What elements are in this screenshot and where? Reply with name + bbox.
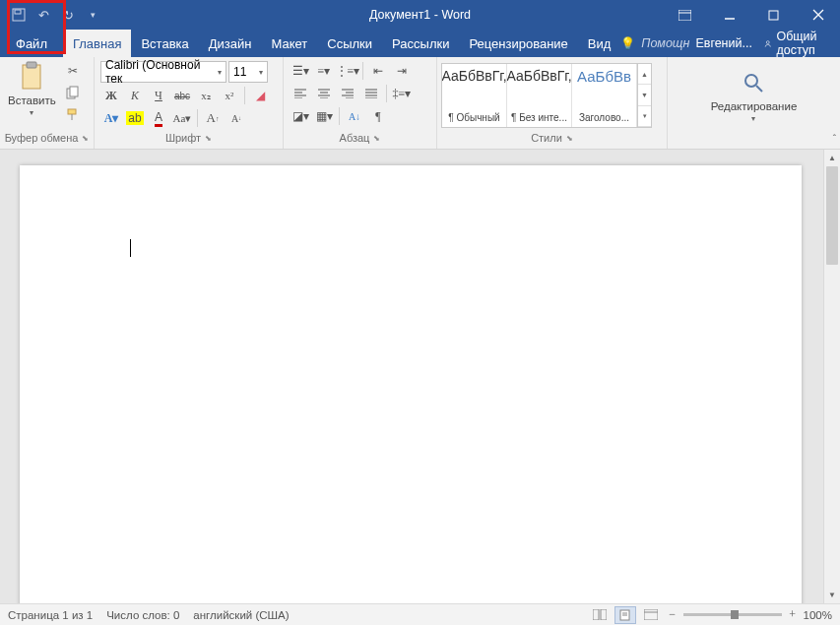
magnifier-icon bbox=[738, 67, 769, 98]
zoom-track[interactable] bbox=[683, 613, 782, 616]
change-case-icon[interactable]: Aa▾ bbox=[171, 108, 193, 128]
editing-label: Редактирование bbox=[711, 100, 798, 112]
copy-icon[interactable] bbox=[62, 83, 84, 102]
tab-insert[interactable]: Вставка bbox=[131, 30, 198, 57]
ribbon-options-icon[interactable] bbox=[663, 0, 707, 30]
show-marks-icon[interactable]: ¶ bbox=[367, 106, 389, 126]
share-button[interactable]: Общий доступ bbox=[758, 27, 830, 60]
align-right-icon[interactable] bbox=[337, 84, 358, 103]
font-name-combo[interactable]: Calibri (Основной тек▾ bbox=[100, 61, 226, 83]
web-layout-icon[interactable] bbox=[640, 606, 662, 624]
shading-icon[interactable]: ◪▾ bbox=[290, 106, 311, 126]
tab-home[interactable]: Главная bbox=[63, 30, 131, 57]
scroll-down-icon[interactable]: ▼ bbox=[824, 587, 840, 603]
tab-design[interactable]: Дизайн bbox=[199, 30, 262, 57]
read-mode-icon[interactable] bbox=[589, 606, 611, 624]
zoom-in-icon[interactable]: + bbox=[786, 605, 800, 625]
font-size-combo[interactable]: 11▾ bbox=[228, 61, 268, 83]
italic-button[interactable]: К bbox=[124, 86, 146, 105]
scroll-thumb[interactable] bbox=[826, 166, 838, 265]
status-bar: Страница 1 из 1 Число слов: 0 английский… bbox=[0, 603, 840, 625]
group-paragraph: ☰▾ ≡▾ ⋮≡▾ ⇤ ⇥ ‡≡▾ ◪▾ ▦▾ A↓ ¶ bbox=[284, 57, 437, 149]
bold-button[interactable]: Ж bbox=[100, 86, 122, 105]
underline-button[interactable]: Ч bbox=[148, 86, 169, 105]
group-clipboard: Вставить ▾ ✂ Буфер обмена⬊ bbox=[0, 57, 95, 149]
user-name[interactable]: Евгений... bbox=[695, 36, 752, 50]
tab-review[interactable]: Рецензирование bbox=[459, 30, 577, 57]
tab-mailings[interactable]: Рассылки bbox=[382, 30, 459, 57]
group-styles: АаБбВвГг, ¶ Обычный АаБбВвГг, ¶ Без инте… bbox=[437, 57, 668, 149]
ribbon-tabs: Файл Главная Вставка Дизайн Макет Ссылки… bbox=[0, 30, 840, 57]
tab-layout[interactable]: Макет bbox=[261, 30, 317, 57]
svg-point-8 bbox=[766, 40, 769, 43]
sort-icon[interactable]: A↓ bbox=[344, 106, 365, 126]
tell-me-label[interactable]: Помощн bbox=[641, 36, 689, 50]
numbering-icon[interactable]: ≡▾ bbox=[313, 61, 335, 81]
shrink-font-icon[interactable]: A↓ bbox=[226, 108, 247, 128]
svg-rect-9 bbox=[23, 65, 40, 89]
font-color-icon[interactable]: A bbox=[148, 108, 169, 128]
page-indicator[interactable]: Страница 1 из 1 bbox=[8, 609, 93, 621]
redo-icon[interactable]: ↻ bbox=[57, 4, 79, 26]
vertical-scrollbar: ▲ ▼ bbox=[823, 150, 840, 603]
svg-rect-38 bbox=[644, 609, 658, 620]
page[interactable] bbox=[20, 165, 802, 603]
gallery-more-icon[interactable]: ▾ bbox=[638, 106, 651, 127]
tab-view[interactable]: Вид bbox=[578, 30, 621, 57]
line-spacing-icon[interactable]: ‡≡▾ bbox=[391, 84, 413, 103]
scroll-track[interactable] bbox=[824, 166, 840, 587]
gallery-down-icon[interactable]: ▼ bbox=[638, 85, 651, 105]
close-button[interactable] bbox=[796, 0, 840, 30]
zoom-out-icon[interactable]: − bbox=[666, 605, 679, 625]
align-center-icon[interactable] bbox=[313, 84, 335, 103]
collapse-ribbon-icon[interactable]: ˆ bbox=[831, 132, 838, 147]
document-area: ▲ ▼ bbox=[0, 150, 840, 603]
find-button[interactable]: Редактирование ▾ bbox=[707, 65, 802, 125]
undo-icon[interactable]: ↶ bbox=[32, 4, 54, 26]
dialog-launcher-icon[interactable]: ⬊ bbox=[82, 134, 89, 143]
borders-icon[interactable]: ▦▾ bbox=[313, 106, 335, 126]
highlight-icon[interactable]: ab bbox=[124, 108, 146, 128]
strike-button[interactable]: abc bbox=[171, 86, 193, 105]
multilevel-icon[interactable]: ⋮≡▾ bbox=[337, 61, 358, 81]
tab-file[interactable]: Файл bbox=[0, 30, 63, 57]
qat-customize-icon[interactable]: ▾ bbox=[82, 4, 103, 26]
save-icon[interactable] bbox=[8, 4, 30, 26]
zoom-slider: − + bbox=[666, 605, 800, 625]
svg-rect-2 bbox=[678, 10, 691, 21]
minimize-button[interactable] bbox=[707, 0, 751, 30]
bullets-icon[interactable]: ☰▾ bbox=[290, 61, 311, 81]
superscript-button[interactable]: x² bbox=[219, 86, 240, 105]
clear-format-icon[interactable]: ◢ bbox=[249, 86, 271, 105]
style-normal[interactable]: АаБбВвГг, ¶ Обычный bbox=[442, 64, 507, 127]
style-no-spacing[interactable]: АаБбВвГг, ¶ Без инте... bbox=[507, 64, 572, 127]
tab-references[interactable]: Ссылки bbox=[317, 30, 382, 57]
cut-icon[interactable]: ✂ bbox=[62, 61, 84, 81]
style-heading1[interactable]: АаБбВв Заголово... bbox=[572, 64, 637, 127]
zoom-thumb[interactable] bbox=[731, 610, 739, 619]
maximize-button[interactable] bbox=[751, 0, 796, 30]
increase-indent-icon[interactable]: ⇥ bbox=[391, 61, 413, 81]
grow-font-icon[interactable]: A↑ bbox=[202, 108, 224, 128]
svg-rect-12 bbox=[70, 87, 78, 96]
dialog-launcher-icon[interactable]: ⬊ bbox=[205, 134, 212, 143]
gallery-up-icon[interactable]: ▲ bbox=[638, 64, 651, 85]
zoom-level[interactable]: 100% bbox=[804, 609, 832, 621]
dialog-launcher-icon[interactable]: ⬊ bbox=[373, 134, 380, 143]
language-indicator[interactable]: английский (США) bbox=[193, 609, 289, 621]
decrease-indent-icon[interactable]: ⇤ bbox=[367, 61, 389, 81]
subscript-button[interactable]: x₂ bbox=[195, 86, 217, 105]
paragraph-group-label: Абзац bbox=[340, 132, 370, 144]
window-controls bbox=[663, 0, 840, 30]
dialog-launcher-icon[interactable]: ⬊ bbox=[566, 134, 573, 143]
justify-icon[interactable] bbox=[360, 84, 382, 103]
svg-line-32 bbox=[756, 86, 762, 92]
text-effects-icon[interactable]: A▾ bbox=[100, 108, 122, 128]
align-left-icon[interactable] bbox=[290, 84, 311, 103]
print-layout-icon[interactable] bbox=[614, 606, 636, 624]
scroll-up-icon[interactable]: ▲ bbox=[824, 150, 840, 166]
paste-button[interactable]: Вставить ▾ bbox=[4, 59, 60, 119]
word-count[interactable]: Число слов: 0 bbox=[106, 609, 179, 621]
document-title: Документ1 - Word bbox=[369, 8, 471, 22]
format-painter-icon[interactable] bbox=[62, 104, 84, 124]
